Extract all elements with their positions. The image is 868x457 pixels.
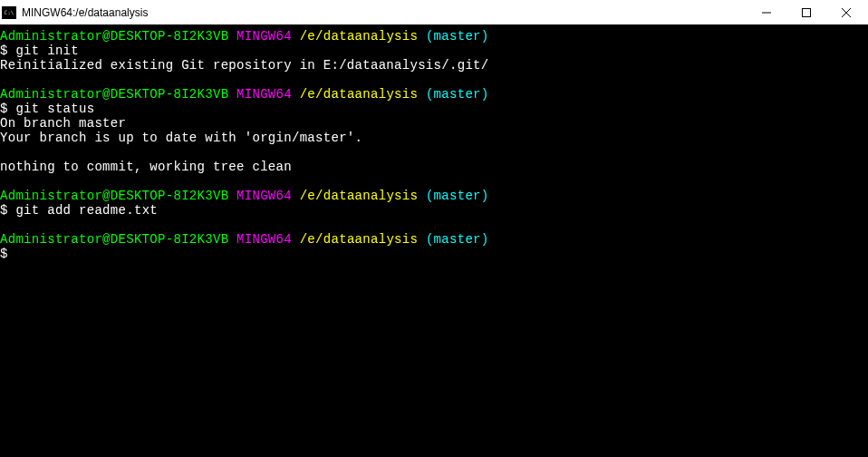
- prompt-user-host: Administrator@DESKTOP-8I2K3VB: [0, 87, 228, 102]
- close-button[interactable]: [826, 0, 866, 24]
- prompt-symbol: $: [0, 247, 8, 261]
- output-line: On branch master: [0, 116, 868, 131]
- blank-line: [0, 218, 868, 232]
- output-line: Reinitialized existing Git repository in…: [0, 58, 868, 73]
- prompt-branch: (master): [426, 87, 489, 102]
- command-line: $ git init: [0, 44, 868, 58]
- output-line: nothing to commit, working tree clean: [0, 160, 868, 174]
- prompt-shell: MINGW64: [236, 29, 292, 44]
- prompt-path: /e/dataanalysis: [300, 189, 419, 203]
- titlebar: MINGW64:/e/dataanalysis: [0, 0, 868, 25]
- prompt-path: /e/dataanalysis: [300, 87, 419, 102]
- minimize-button[interactable]: [747, 0, 786, 24]
- prompt-user-host: Administrator@DESKTOP-8I2K3VB: [0, 29, 228, 44]
- prompt-branch: (master): [426, 232, 489, 247]
- window-controls: [747, 0, 866, 24]
- prompt-symbol: $: [0, 203, 8, 218]
- maximize-button[interactable]: [786, 0, 826, 24]
- output-line: Your branch is up to date with 'orgin/ma…: [0, 131, 868, 145]
- window-title: MINGW64:/e/dataanalysis: [22, 6, 747, 19]
- prompt-branch: (master): [426, 189, 489, 203]
- prompt-branch: (master): [426, 29, 489, 44]
- prompt-line: Administrator@DESKTOP-8I2K3VB MINGW64 /e…: [0, 87, 868, 102]
- command-line: $: [0, 247, 868, 261]
- terminal-app-icon: [2, 6, 16, 19]
- command-text: git status: [8, 102, 95, 116]
- blank-line: [0, 73, 868, 87]
- prompt-shell: MINGW64: [236, 232, 292, 247]
- command-line: $ git status: [0, 102, 868, 116]
- prompt-shell: MINGW64: [236, 189, 292, 203]
- prompt-path: /e/dataanalysis: [300, 29, 419, 44]
- prompt-shell: MINGW64: [236, 87, 292, 102]
- svg-rect-1: [803, 8, 811, 16]
- terminal-area[interactable]: Administrator@DESKTOP-8I2K3VB MINGW64 /e…: [0, 25, 868, 457]
- prompt-user-host: Administrator@DESKTOP-8I2K3VB: [0, 232, 228, 247]
- command-line: $ git add readme.txt: [0, 203, 868, 218]
- prompt-line: Administrator@DESKTOP-8I2K3VB MINGW64 /e…: [0, 189, 868, 203]
- prompt-line: Administrator@DESKTOP-8I2K3VB MINGW64 /e…: [0, 29, 868, 44]
- prompt-line: Administrator@DESKTOP-8I2K3VB MINGW64 /e…: [0, 232, 868, 247]
- prompt-symbol: $: [0, 102, 8, 116]
- prompt-user-host: Administrator@DESKTOP-8I2K3VB: [0, 189, 228, 203]
- command-text: git add readme.txt: [8, 203, 158, 218]
- command-text: git init: [8, 44, 79, 58]
- prompt-symbol: $: [0, 44, 8, 58]
- blank-line: [0, 174, 868, 189]
- blank-line: [0, 145, 868, 160]
- prompt-path: /e/dataanalysis: [300, 232, 419, 247]
